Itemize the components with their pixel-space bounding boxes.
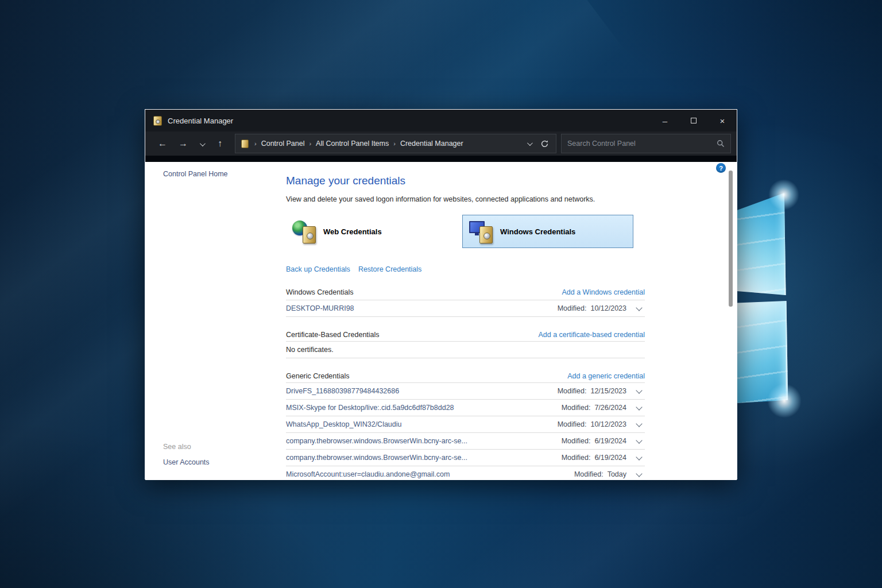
tab-windows-credentials[interactable]: Windows Credentials [462,215,633,248]
modified-label: Modified: [558,420,587,428]
tab-label: Windows Credentials [500,227,575,236]
credential-row[interactable]: WhatsApp_Desktop_WIN32/Claudiu Modified:… [286,416,645,433]
credential-name: MSIX-Skype for Desktop/live:.cid.5a9dc6d… [286,404,562,412]
breadcrumb-all-control-panel-items[interactable]: All Control Panel Items [315,140,390,148]
credential-actions: Back up Credentials Restore Credentials [286,265,645,273]
minimize-button[interactable]: – [651,110,679,131]
credential-name: DESKTOP-MURRI98 [286,304,558,312]
credential-manager-icon [153,116,162,126]
modified-label: Modified: [562,454,591,462]
logo-bright-edge [785,193,787,295]
close-button[interactable]: × [708,110,737,131]
modified-date: Today [608,470,626,478]
credential-row[interactable]: company.thebrowser.windows.BrowserWin.bc… [286,450,645,466]
chevron-down-icon[interactable] [636,454,642,460]
vault-icon [303,226,316,243]
address-dropdown-icon[interactable] [527,140,533,146]
chevron-down-icon[interactable] [636,404,642,410]
window-title: Credential Manager [168,117,233,125]
desktop-wallpaper: Credential Manager – × ← → [0,0,882,588]
logo-light-bands [737,301,790,403]
search-box [561,134,731,153]
back-button[interactable]: ← [152,138,173,149]
minimize-icon: – [663,116,667,126]
navigation-bar: ← → ↑ › Control Panel › All Control Pane… [145,131,737,156]
credential-row[interactable]: MSIX-Skype for Desktop/live:.cid.5a9dc6d… [286,400,645,416]
sidebar-item-control-panel-home[interactable]: Control Panel Home [163,170,228,178]
chevron-down-icon[interactable] [636,470,642,477]
credential-type-tabs: Web Credentials Windows Credentials [286,215,645,248]
section-header-certificate-credentials: Certificate-Based Credentials Add a cert… [286,331,645,342]
address-bar[interactable]: › Control Panel › All Control Panel Item… [235,134,556,153]
breadcrumb-separator: › [251,140,260,147]
breadcrumb-separator: › [390,140,399,147]
breadcrumb-credential-manager[interactable]: Credential Manager [399,140,465,148]
windows-credentials-icon [469,219,494,244]
sidebar-item-user-accounts[interactable]: User Accounts [163,458,210,466]
section-header-windows-credentials: Windows Credentials Add a Windows creden… [286,288,645,300]
chevron-down-icon[interactable] [636,304,642,311]
content-area: Control Panel Home See also User Account… [145,162,737,480]
credential-row[interactable]: DriveFS_116880398779484432686 Modified: … [286,383,645,400]
modified-label: Modified: [562,437,591,445]
forward-icon: → [179,138,188,148]
modified-label: Modified: [558,304,587,312]
forward-button[interactable]: → [173,138,194,149]
chevron-down-icon[interactable] [636,387,642,393]
section-heading: Windows Credentials [286,288,353,296]
windows-logo-pane-top [737,193,788,295]
modified-label: Modified: [574,470,604,478]
web-credentials-icon [292,219,318,244]
restore-credentials-link[interactable]: Restore Credentials [358,265,421,273]
logo-bright-edge [786,301,788,403]
window-controls: – × [651,110,737,131]
modified-label: Modified: [562,404,591,412]
vertical-scrollbar[interactable] [729,171,733,307]
back-icon: ← [158,138,167,148]
help-icon: ? [719,165,723,172]
up-button[interactable]: ↑ [210,138,230,149]
chevron-down-icon [199,141,205,146]
vault-icon [479,226,493,243]
section-heading: Generic Credentials [286,372,349,380]
help-button[interactable]: ? [716,163,726,173]
logo-light-bands [737,193,788,295]
modified-date: 12/15/2023 [590,387,626,395]
refresh-icon[interactable] [540,140,549,148]
backup-credentials-link[interactable]: Back up Credentials [286,265,350,273]
credential-row[interactable]: DESKTOP-MURRI98 Modified: 10/12/2023 [286,300,645,317]
tab-label: Web Credentials [323,227,382,236]
add-windows-credential-link[interactable]: Add a Windows credential [562,288,645,296]
search-icon[interactable] [717,140,725,148]
credential-name: company.thebrowser.windows.BrowserWin.bc… [286,437,562,445]
modified-text: Modified: 10/12/2023 [558,420,626,428]
section-header-generic-credentials: Generic Credentials Add a generic creden… [286,372,645,383]
windows-logo-pane-bottom [737,301,790,403]
modified-date: 10/12/2023 [590,420,626,428]
credential-name: company.thebrowser.windows.BrowserWin.bc… [286,454,562,462]
credential-row[interactable]: MicrosoftAccount:user=claudiu.andone@gma… [286,466,645,480]
modified-date: 7/26/2024 [594,404,626,412]
breadcrumb-separator: › [305,140,315,147]
titlebar: Credential Manager – × [145,110,737,131]
search-input[interactable] [567,140,717,148]
vault-icon [241,140,249,148]
credential-row[interactable]: company.thebrowser.windows.BrowserWin.bc… [286,433,645,450]
credential-name: WhatsApp_Desktop_WIN32/Claudiu [286,420,558,428]
add-generic-credential-link[interactable]: Add a generic credential [567,372,645,380]
add-certificate-credential-link[interactable]: Add a certificate-based credential [538,331,645,339]
maximize-button[interactable] [679,110,708,131]
chevron-down-icon[interactable] [636,420,642,427]
modified-date: 10/12/2023 [590,304,626,312]
close-icon: × [720,116,725,126]
empty-text: No certificates. [286,346,334,354]
modified-label: Modified: [558,387,587,395]
main-column: Manage your credentials View and delete … [286,162,645,480]
credential-name: DriveFS_116880398779484432686 [286,387,558,395]
page-title: Manage your credentials [286,173,645,188]
chevron-down-icon[interactable] [636,437,642,443]
breadcrumb-control-panel[interactable]: Control Panel [260,140,306,148]
tab-web-credentials[interactable]: Web Credentials [286,215,457,248]
recent-locations-button[interactable] [194,138,210,149]
modified-text: Modified: 12/15/2023 [558,387,626,395]
